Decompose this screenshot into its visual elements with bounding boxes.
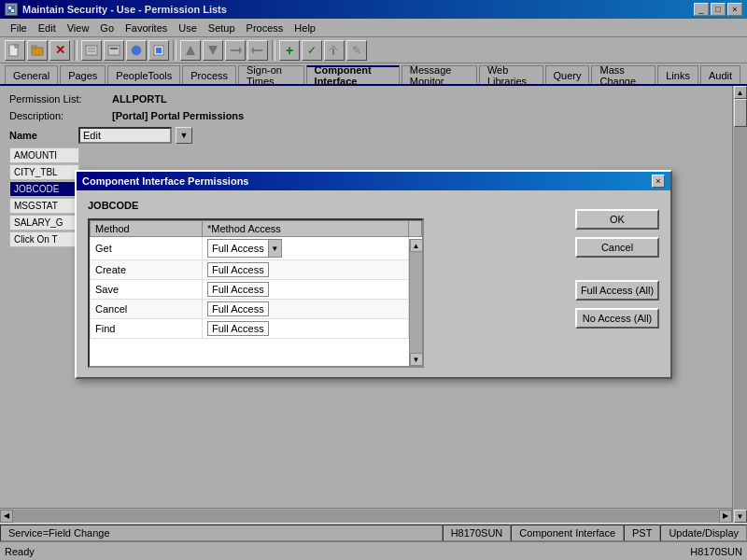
method-table-container: Method *Method Access Get Full Access bbox=[88, 218, 424, 368]
ok-button[interactable]: OK bbox=[575, 209, 659, 230]
access-find[interactable]: Full Access bbox=[203, 319, 409, 339]
access-column-header: *Method Access bbox=[203, 221, 409, 237]
table-row[interactable]: Find Full Access bbox=[91, 319, 422, 339]
method-create: Create bbox=[91, 260, 203, 280]
access-get-value: Full Access bbox=[208, 242, 268, 255]
modal-title-bar: Component Interface Permissions × bbox=[77, 172, 670, 190]
method-column-header: Method bbox=[91, 221, 203, 237]
modal-overlay: Component Interface Permissions × JOBCOD… bbox=[0, 0, 747, 560]
access-save[interactable]: Full Access bbox=[203, 280, 409, 300]
access-save-value: Full Access bbox=[208, 283, 268, 296]
access-find-value: Full Access bbox=[208, 322, 268, 335]
modal-right-panel: OK Cancel Full Access (All) No Access (A… bbox=[575, 200, 659, 368]
table-scroll-header bbox=[409, 221, 422, 237]
modal-left-panel: JOBCODE Method *Method Access bbox=[88, 200, 566, 368]
table-scroll-down[interactable]: ▼ bbox=[410, 353, 423, 366]
full-access-all-button[interactable]: Full Access (All) bbox=[575, 280, 659, 301]
modal-title: Component Interface Permissions bbox=[82, 175, 249, 187]
component-interface-permissions-dialog: Component Interface Permissions × JOBCOD… bbox=[75, 170, 672, 379]
table-scroll-up[interactable]: ▲ bbox=[410, 239, 423, 252]
access-get-dropdown[interactable]: Full Access ▼ bbox=[207, 239, 282, 258]
table-row[interactable]: Create Full Access bbox=[91, 260, 422, 280]
access-get[interactable]: Full Access ▼ bbox=[203, 237, 409, 260]
access-create-value: Full Access bbox=[208, 263, 268, 276]
access-cancel[interactable]: Full Access bbox=[203, 300, 409, 319]
access-create[interactable]: Full Access bbox=[203, 260, 409, 280]
table-scroll-track[interactable] bbox=[410, 252, 423, 353]
table-row[interactable]: Get Full Access ▼ bbox=[91, 237, 422, 260]
method-save: Save bbox=[91, 280, 203, 300]
cancel-button[interactable]: Cancel bbox=[575, 237, 659, 258]
method-get: Get bbox=[91, 237, 203, 260]
access-find-dropdown[interactable]: Full Access bbox=[207, 321, 269, 336]
method-cancel: Cancel bbox=[91, 300, 203, 319]
access-cancel-value: Full Access bbox=[208, 302, 268, 315]
method-table: Method *Method Access Get Full Access bbox=[90, 220, 422, 339]
access-save-dropdown[interactable]: Full Access bbox=[207, 282, 269, 297]
access-create-dropdown[interactable]: Full Access bbox=[207, 262, 269, 277]
table-row[interactable]: Cancel Full Access bbox=[91, 300, 422, 319]
access-get-arrow[interactable]: ▼ bbox=[268, 240, 281, 257]
access-cancel-dropdown[interactable]: Full Access bbox=[207, 301, 269, 316]
modal-content: JOBCODE Method *Method Access bbox=[77, 190, 670, 377]
modal-close-button[interactable]: × bbox=[652, 175, 665, 188]
table-row[interactable]: Save Full Access bbox=[91, 280, 422, 300]
method-find: Find bbox=[91, 319, 203, 339]
modal-field-name: JOBCODE bbox=[88, 200, 566, 211]
table-scrollbar: ▲ ▼ bbox=[409, 239, 422, 366]
no-access-all-button[interactable]: No Access (All) bbox=[575, 308, 659, 329]
